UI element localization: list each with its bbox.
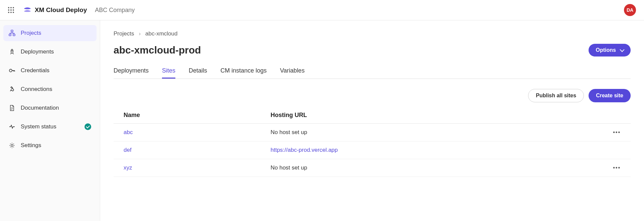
sidebar-item-documentation[interactable]: Documentation [3, 100, 97, 116]
main-content: Projects › abc-xmcloud abc-xmcloud-prod … [100, 20, 644, 221]
rocket-icon [9, 48, 15, 55]
row-menu-button[interactable]: ••• [607, 165, 621, 171]
breadcrumb-root[interactable]: Projects [114, 30, 134, 37]
sidebar-item-deployments[interactable]: Deployments [3, 44, 97, 60]
user-avatar[interactable]: DA [624, 4, 636, 16]
sidebar-item-label: Settings [21, 142, 41, 149]
svg-point-3 [12, 50, 13, 51]
sidebar-item-settings[interactable]: Settings [3, 137, 97, 153]
table-actions: Publish all sites Create site [114, 89, 631, 102]
create-site-button[interactable]: Create site [589, 89, 631, 102]
tab-deployments[interactable]: Deployments [114, 64, 149, 79]
sidebar-item-projects[interactable]: Projects [3, 25, 97, 41]
sidebar-item-label: Credentials [21, 67, 49, 74]
tab-cm-instance-logs[interactable]: CM instance logs [220, 64, 267, 79]
site-name-link[interactable]: xyz [124, 164, 132, 171]
page-title: abc-xmcloud-prod [114, 44, 201, 56]
sidebar-item-label: Connections [21, 86, 52, 93]
breadcrumb: Projects › abc-xmcloud [114, 30, 631, 37]
tab-sites[interactable]: Sites [162, 64, 175, 79]
sidebar-item-system-status[interactable]: System status [3, 119, 97, 135]
gear-icon [9, 142, 15, 149]
tab-variables[interactable]: Variables [280, 64, 305, 79]
col-header-url: Hosting URL [271, 112, 621, 119]
publish-all-sites-button[interactable]: Publish all sites [528, 89, 584, 102]
sidebar-item-label: System status [21, 123, 56, 130]
chevron-down-icon [620, 47, 624, 52]
tabs: Deployments Sites Details CM instance lo… [114, 64, 631, 79]
site-name-link[interactable]: abc [124, 129, 133, 135]
svg-point-5 [11, 144, 13, 146]
svg-rect-2 [13, 34, 15, 36]
svg-point-4 [9, 69, 12, 72]
chevron-right-icon: › [139, 30, 141, 37]
table-row: defhttps://abc-prod.vercel.app [114, 141, 631, 159]
hosting-url-link[interactable]: https://abc-prod.vercel.app [271, 147, 338, 153]
row-menu-button[interactable]: ••• [607, 129, 621, 135]
xm-logo-icon [23, 6, 31, 14]
plug-icon [9, 86, 15, 93]
sidebar-item-label: Documentation [21, 105, 59, 111]
table-row: xyzNo host set up••• [114, 159, 631, 177]
document-icon [9, 105, 15, 111]
sites-table: Name Hosting URL abcNo host set up•••def… [114, 107, 631, 177]
tab-details[interactable]: Details [189, 64, 207, 79]
hosting-url-text: No host set up [271, 164, 607, 171]
heartbeat-icon [9, 123, 15, 130]
product-logo[interactable]: XM Cloud Deploy [23, 6, 87, 14]
company-name: ABC Company [95, 7, 135, 14]
sidebar-item-label: Projects [21, 30, 41, 36]
options-button[interactable]: Options [589, 44, 631, 57]
hosting-url-text: No host set up [271, 129, 607, 136]
sidebar-item-credentials[interactable]: Credentials [3, 63, 97, 79]
table-header: Name Hosting URL [114, 107, 631, 124]
col-header-name: Name [124, 112, 271, 119]
app-header: XM Cloud Deploy ABC Company DA [0, 0, 644, 20]
options-button-label: Options [596, 47, 616, 53]
app-launcher-icon[interactable] [8, 7, 14, 13]
svg-rect-0 [11, 30, 13, 32]
site-name-link[interactable]: def [124, 147, 132, 153]
breadcrumb-current: abc-xmcloud [145, 30, 177, 37]
sidebar: Projects Deployments Credentials Connect… [0, 20, 100, 221]
sidebar-item-connections[interactable]: Connections [3, 81, 97, 97]
product-name: XM Cloud Deploy [35, 6, 87, 14]
key-icon [9, 67, 15, 74]
status-ok-icon [85, 123, 91, 130]
sitemap-icon [9, 30, 15, 36]
sidebar-item-label: Deployments [21, 48, 54, 55]
svg-rect-1 [9, 34, 11, 36]
table-row: abcNo host set up••• [114, 124, 631, 141]
